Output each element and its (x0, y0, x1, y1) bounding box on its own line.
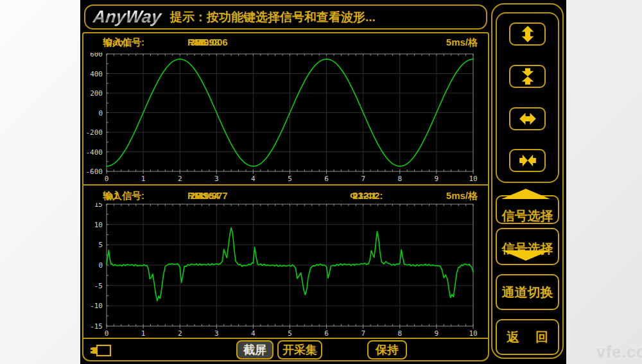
screenshot-button[interactable]: 截屏 (236, 340, 273, 360)
svg-text:4: 4 (251, 175, 256, 183)
phase-value: 232.1 (352, 190, 377, 201)
svg-text:2: 2 (178, 175, 182, 183)
timebase-value: 5ms/格 (446, 190, 478, 202)
zoom-button-group (496, 12, 559, 183)
svg-text:0: 0 (105, 329, 109, 338)
svg-text:-600: -600 (86, 168, 103, 176)
svg-text:10: 10 (94, 221, 103, 229)
svg-text:-200: -200 (86, 128, 103, 137)
compress-vertical-button[interactable] (509, 65, 546, 88)
sidebar: 信号选择 信号选择 通道切换 返 回 (491, 3, 564, 359)
svg-text:9: 9 (435, 175, 439, 183)
hint-text: 提示：按功能键选择信号和查看波形... (170, 9, 376, 26)
expand-vertical-button[interactable] (509, 22, 546, 46)
compress-horizontal-button[interactable] (509, 149, 546, 172)
svg-text:1: 1 (141, 329, 146, 338)
battery-icon (90, 343, 113, 358)
anyway-logo: AnyWay (92, 7, 166, 27)
arrow-up-icon (501, 189, 550, 199)
svg-text:0: 0 (98, 109, 103, 117)
start-acquisition-button[interactable]: 开采集 (277, 340, 322, 360)
device-screen: AnyWay 提示：按功能键选择信号和查看波形... 输入信号: Uab1 RM… (80, 0, 566, 364)
voltage-waveform-chart: -600-400-2000200400600012345678910 (80, 53, 489, 184)
header-bar: AnyWay 提示：按功能键选择信号和查看波形... (84, 4, 487, 30)
svg-text:6: 6 (324, 175, 329, 183)
expand-horizontal-icon (519, 110, 537, 128)
compress-vertical-icon (519, 67, 537, 85)
svg-text:1: 1 (141, 175, 146, 183)
panel-divider (82, 184, 489, 186)
svg-text:7: 7 (361, 329, 365, 338)
svg-text:6: 6 (324, 329, 329, 338)
svg-text:600: 600 (90, 53, 103, 58)
svg-text:5: 5 (288, 175, 292, 183)
signal-info-bar-voltage: 输入信号: Uab1 RMS: 386.98 F: 50.006 5ms/格 (80, 33, 489, 50)
svg-text:0: 0 (105, 175, 109, 183)
signal-select-up-button[interactable]: 信号选择 (496, 195, 559, 224)
current-waveform-chart: -15-10-5051015012345678910 (80, 203, 489, 338)
compress-horizontal-icon (519, 152, 537, 169)
svg-text:9: 9 (435, 329, 439, 338)
return-button[interactable]: 返 回 (496, 319, 559, 355)
svg-text:2: 2 (178, 329, 182, 338)
hold-button[interactable]: 保持 (367, 340, 407, 360)
signal-name: Uab1 (105, 37, 129, 48)
svg-text:10: 10 (469, 175, 477, 183)
return-label-left: 返 (507, 329, 519, 346)
signal-name: Ia1 (105, 190, 119, 201)
return-label-right: 回 (535, 329, 548, 346)
svg-text:10: 10 (469, 329, 477, 338)
bottom-control-bar: 截屏 开采集 保持 (82, 339, 489, 361)
signal-info-bar-current: 输入信号: Ia1 RMS: 2.1164 F: 49.977 Φ1-Φ2: 2… (80, 187, 489, 204)
freq-value: 49.977 (198, 190, 228, 201)
svg-text:200: 200 (90, 89, 103, 98)
svg-text:-15: -15 (90, 322, 103, 331)
svg-text:8: 8 (397, 329, 402, 338)
svg-text:-5: -5 (94, 282, 103, 290)
watermark: vfe.cc (596, 343, 642, 361)
svg-text:0: 0 (98, 261, 103, 270)
freq-value: 50.006 (198, 37, 228, 48)
svg-text:15: 15 (94, 203, 103, 209)
timebase-value: 5ms/格 (446, 37, 478, 49)
svg-text:3: 3 (214, 175, 219, 183)
svg-text:8: 8 (397, 175, 402, 183)
svg-text:-400: -400 (86, 148, 103, 157)
channel-switch-button[interactable]: 通道切换 (496, 274, 559, 310)
svg-text:-10: -10 (90, 302, 103, 310)
svg-text:7: 7 (361, 175, 365, 183)
svg-text:5: 5 (288, 329, 292, 338)
svg-text:400: 400 (90, 70, 103, 78)
svg-text:5: 5 (98, 241, 103, 249)
svg-text:3: 3 (214, 329, 219, 338)
expand-vertical-icon (519, 25, 537, 43)
svg-text:4: 4 (251, 329, 256, 338)
expand-horizontal-button[interactable] (509, 107, 546, 130)
